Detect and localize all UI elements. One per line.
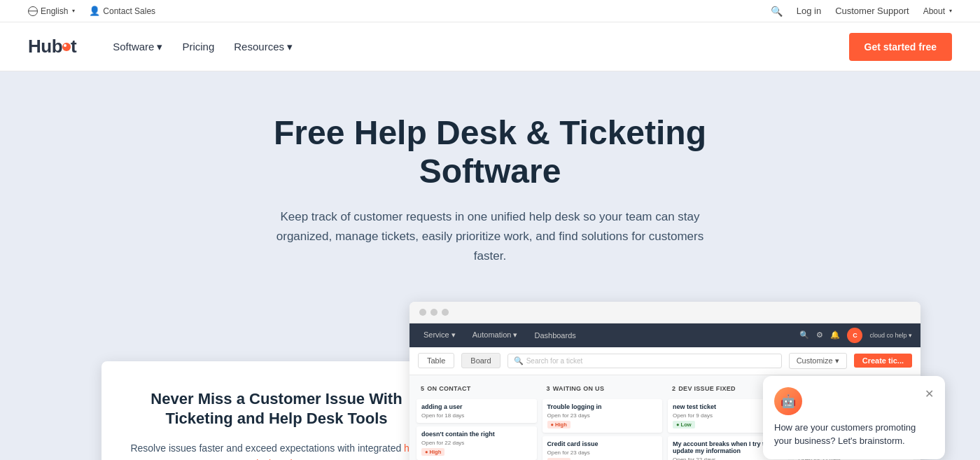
ticket-search-input[interactable]: 🔍 Search for a ticket [507, 354, 782, 368]
chevron-down-icon: ▾ [287, 41, 293, 53]
chevron-down-icon: ▾ [157, 41, 162, 53]
software-nav-item[interactable]: Software ▾ [104, 35, 171, 59]
kanban-card: Trouble logging in Open for 23 days ● Hi… [542, 399, 663, 433]
hero-section: Free Help Desk & Ticketing Software Keep… [0, 71, 980, 460]
kanban-card: Credit card issue Open for 23 days ● Hig… [542, 436, 663, 460]
kanban-col-header: 3 WAITING ON US [542, 382, 663, 395]
screenshot-dots [410, 302, 920, 323]
get-started-button[interactable]: Get started free [849, 33, 952, 61]
col-count: 2 [672, 385, 676, 392]
crm-service-nav: Service ▾ [418, 328, 461, 342]
pricing-nav-item[interactable]: Pricing [174, 35, 223, 58]
main-nav: Hubt Software ▾ Pricing Resources ▾ Get … [0, 22, 980, 71]
board-tab[interactable]: Board [461, 353, 500, 368]
card-sub: Open for 23 days [547, 412, 658, 419]
nav-links: Software ▾ Pricing Resources ▾ [104, 35, 301, 59]
priority-badge: ● High [547, 421, 570, 428]
card-title: doesn't contain the right [421, 431, 532, 438]
customize-button[interactable]: Customize ▾ [789, 353, 847, 369]
resources-label: Resources [234, 41, 284, 53]
search-placeholder: Search for a ticket [526, 357, 583, 365]
crm-org-label: cloud co help ▾ [869, 332, 912, 339]
hero-subtitle: Keep track of customer requests in one u… [262, 207, 718, 266]
table-tab[interactable]: Table [418, 353, 454, 368]
person-icon: 👤 [89, 6, 100, 16]
dot-3 [442, 309, 449, 316]
search-icon[interactable]: 🔍 [771, 6, 783, 17]
card-sub: Open for 18 days [421, 412, 532, 419]
hero-text: Free Help Desk & Ticketing Software Keep… [227, 113, 752, 267]
chevron-down-icon: ▾ [72, 8, 75, 14]
crm-automation-nav: Automation ▾ [467, 328, 524, 342]
create-ticket-button[interactable]: Create tic... [854, 354, 912, 368]
top-bar-right: 🔍 Log in Customer Support About ▾ [771, 6, 952, 17]
kanban-col-header: 5 ON CONTACT [416, 382, 537, 395]
col-count: 3 [547, 385, 550, 392]
priority-badge: ● Low [673, 421, 695, 428]
nav-left: Hubt Software ▾ Pricing Resources ▾ [28, 35, 301, 59]
crm-settings-icon: ⚙ [816, 330, 823, 340]
customer-support-link[interactable]: Customer Support [835, 6, 909, 16]
globe-icon [28, 6, 38, 16]
chevron-down-icon: ▾ [949, 8, 952, 14]
kanban-column-on-contact: 5 ON CONTACT adding a user Open for 18 d… [416, 382, 537, 460]
logo-spot [62, 43, 71, 51]
card-title: Credit card issue [547, 440, 658, 447]
screenshot-area: Never Miss a Customer Issue With Ticketi… [28, 302, 952, 460]
kanban-card: doesn't contain the right Open for 22 da… [416, 426, 537, 460]
resources-nav-item[interactable]: Resources ▾ [225, 35, 301, 59]
chat-bubble: 🤖 ✕ How are your customers promoting you… [763, 376, 945, 459]
chat-header: 🤖 ✕ [774, 387, 934, 415]
priority-badge: ● High [547, 458, 570, 460]
left-card-title: Never Miss a Customer Issue With Ticketi… [127, 389, 426, 429]
chat-avatar: 🤖 [774, 387, 802, 415]
kanban-column-waiting-on-us: 3 WAITING ON US Trouble logging in Open … [542, 382, 663, 460]
contact-sales-label: Contact Sales [103, 6, 155, 16]
left-card-text: Resolve issues faster and exceed expecta… [127, 440, 426, 460]
hero-title: Free Help Desk & Ticketing Software [227, 113, 752, 190]
about-label: About [923, 6, 945, 16]
crm-notification-icon: 🔔 [830, 330, 840, 340]
close-icon[interactable]: ✕ [925, 387, 934, 400]
left-card-text-before: Resolve issues faster and exceed expecta… [130, 442, 404, 454]
dot-2 [430, 309, 438, 316]
priority-badge: ● High [421, 448, 444, 456]
col-count: 5 [421, 385, 424, 392]
crm-nav: Service ▾ Automation ▾ Dashboards 🔍 ⚙ 🔔 … [410, 323, 920, 347]
col-title: WAITING ON US [553, 385, 604, 392]
top-bar-left: English ▾ 👤 Contact Sales [28, 6, 155, 16]
col-title: DEV ISSUE FIXED [678, 385, 736, 392]
left-info-card: Never Miss a Customer Issue With Ticketi… [102, 361, 451, 460]
card-title: Trouble logging in [547, 403, 658, 410]
dot-1 [419, 309, 426, 316]
crm-toolbar: Table Board 🔍 Search for a ticket Custom… [410, 347, 920, 375]
card-title: adding a user [421, 403, 532, 410]
logo-text: Hubt [28, 36, 76, 57]
chat-message: How are your customers promoting your bu… [774, 421, 934, 448]
login-link[interactable]: Log in [797, 6, 821, 16]
language-selector[interactable]: English ▾ [28, 6, 75, 16]
about-dropdown[interactable]: About ▾ [923, 6, 952, 16]
contact-sales-link[interactable]: 👤 Contact Sales [89, 6, 155, 16]
crm-search-icon: 🔍 [799, 330, 809, 340]
card-sub: Open for 22 days [421, 440, 532, 446]
search-icon: 🔍 [514, 356, 524, 365]
crm-icons: 🔍 ⚙ 🔔 C cloud co help ▾ [799, 328, 912, 343]
language-label: English [41, 6, 68, 16]
crm-dashboards-nav: Dashboards [528, 329, 581, 342]
software-label: Software [113, 41, 154, 53]
card-sub: Open for 23 days [547, 449, 658, 456]
kanban-card: adding a user Open for 18 days [416, 399, 537, 423]
col-title: ON CONTACT [427, 385, 470, 392]
pricing-label: Pricing [182, 41, 214, 53]
top-bar: English ▾ 👤 Contact Sales 🔍 Log in Custo… [0, 0, 980, 22]
crm-avatar: C [847, 328, 862, 343]
hubspot-logo[interactable]: Hubt [28, 36, 76, 57]
